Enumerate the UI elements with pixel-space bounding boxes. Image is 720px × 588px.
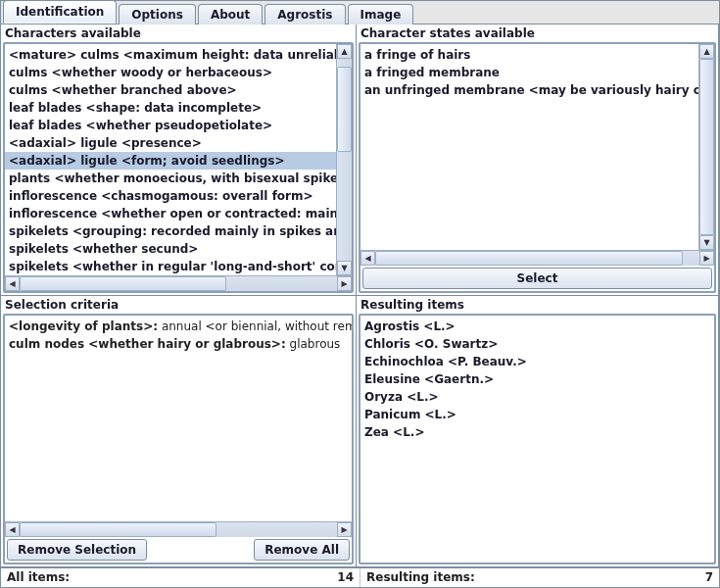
tab-about[interactable]: About <box>198 4 263 24</box>
scroll-track[interactable] <box>699 59 714 235</box>
list-item[interactable]: plants <whether monoecious, with bisexua… <box>5 170 336 187</box>
list-item[interactable]: a fringed membrane <box>360 64 698 81</box>
tab-bar: IdentificationOptionsAboutAgrostisImage <box>1 1 719 24</box>
select-button[interactable]: Select <box>362 268 712 289</box>
criteria-value: glabrous <box>286 337 341 351</box>
list-item[interactable]: Eleusine <Gaertn.> <box>360 370 714 388</box>
criteria-body: <longevity of plants>: annual <or bienni… <box>3 314 354 564</box>
list-item[interactable]: <adaxial> ligule <form; avoid seedlings> <box>5 152 336 170</box>
scroll-track[interactable] <box>20 276 337 291</box>
characters-list-wrap: <mature> culms <maximum height: data unr… <box>5 44 352 275</box>
status-all-label: All items: <box>7 570 70 585</box>
characters-title: Characters available <box>1 24 356 42</box>
scroll-up-icon[interactable]: ▲ <box>699 44 714 59</box>
list-item[interactable]: Agrostis <L.> <box>360 318 714 335</box>
criteria-list[interactable]: <longevity of plants>: annual <or bienni… <box>5 316 352 521</box>
states-body: a fringe of hairsa fringed membranean un… <box>359 42 716 293</box>
criteria-title: Selection criteria <box>1 296 356 314</box>
list-item[interactable]: Zea <L.> <box>360 423 714 441</box>
criteria-name: culm nodes <whether hairy or glabrous>: <box>9 337 286 351</box>
states-title: Character states available <box>357 24 718 42</box>
scroll-left-icon[interactable]: ◀ <box>5 276 20 291</box>
list-item[interactable]: culms <whether woody or herbaceous> <box>5 64 336 81</box>
status-results-value: 7 <box>705 570 713 585</box>
list-item[interactable]: Panicum <L.> <box>360 406 714 423</box>
list-item[interactable]: culm nodes <whether hairy or glabrous>: … <box>5 335 352 353</box>
list-item[interactable]: <longevity of plants>: annual <or bienni… <box>5 318 352 335</box>
list-item[interactable]: Oryza <L.> <box>360 388 714 406</box>
scroll-up-icon[interactable]: ▲ <box>337 44 352 59</box>
list-item[interactable]: inflorescence <chasmogamous: overall for… <box>5 187 336 205</box>
status-results-label: Resulting items: <box>366 570 475 585</box>
scroll-down-icon[interactable]: ▼ <box>337 261 352 275</box>
tab-image[interactable]: Image <box>348 4 414 24</box>
scroll-track[interactable] <box>20 522 337 537</box>
criteria-list-wrap: <longevity of plants>: annual <or bienni… <box>5 316 352 521</box>
scroll-track[interactable] <box>337 59 352 261</box>
characters-pane: Characters available <mature> culms <max… <box>0 24 357 296</box>
results-pane: Resulting items Agrostis <L.>Chloris <O.… <box>356 295 719 567</box>
tab-agrostis[interactable]: Agrostis <box>264 4 345 24</box>
characters-list[interactable]: <mature> culms <maximum height: data unr… <box>5 44 336 275</box>
scroll-left-icon[interactable]: ◀ <box>5 522 20 537</box>
scroll-right-icon[interactable]: ▶ <box>699 251 714 266</box>
list-item[interactable]: leaf blades <shape: data incomplete> <box>5 99 336 117</box>
criteria-hscroll[interactable]: ◀ ▶ <box>5 521 352 537</box>
scroll-thumb[interactable] <box>20 522 216 537</box>
states-pane: Character states available a fringe of h… <box>356 24 719 296</box>
status-all: All items: 14 <box>1 568 360 587</box>
scroll-right-icon[interactable]: ▶ <box>337 276 352 291</box>
scroll-track[interactable] <box>375 251 699 266</box>
states-list-wrap: a fringe of hairsa fringed membranean un… <box>360 44 714 250</box>
status-all-value: 14 <box>337 570 354 585</box>
states-hscroll[interactable]: ◀ ▶ <box>360 250 714 266</box>
criteria-value: annual <or biennial, without rem <box>158 319 352 333</box>
results-list-wrap: Agrostis <L.>Chloris <O. Swartz>Echinoch… <box>360 316 714 563</box>
scroll-thumb[interactable] <box>699 59 714 235</box>
results-list[interactable]: Agrostis <L.>Chloris <O. Swartz>Echinoch… <box>360 316 714 563</box>
tab-identification[interactable]: Identification <box>3 0 117 24</box>
results-title: Resulting items <box>357 296 718 314</box>
list-item[interactable]: <adaxial> ligule <presence> <box>5 134 336 152</box>
list-item[interactable]: an unfringed membrane <may be variously … <box>360 81 698 99</box>
list-item[interactable]: inflorescence <whether open or contracte… <box>5 205 336 222</box>
criteria-buttons: Remove Selection Remove All <box>5 537 352 563</box>
results-body: Agrostis <L.>Chloris <O. Swartz>Echinoch… <box>359 314 716 564</box>
remove-all-button[interactable]: Remove All <box>254 539 350 561</box>
scroll-down-icon[interactable]: ▼ <box>699 235 714 250</box>
characters-hscroll[interactable]: ◀ ▶ <box>5 275 352 291</box>
states-list[interactable]: a fringe of hairsa fringed membranean un… <box>360 44 698 250</box>
list-item[interactable]: a fringe of hairs <box>360 46 698 64</box>
scroll-right-icon[interactable]: ▶ <box>337 522 352 537</box>
characters-vscroll[interactable]: ▲ ▼ <box>336 44 352 275</box>
status-bar: All items: 14 Resulting items: 7 <box>1 567 719 587</box>
list-item[interactable]: Echinochloa <P. Beauv.> <box>360 353 714 370</box>
criteria-pane: Selection criteria <longevity of plants>… <box>0 295 357 567</box>
select-row: Select <box>360 266 714 291</box>
scroll-thumb[interactable] <box>20 276 226 291</box>
list-item[interactable]: spikelets <whether in regular 'long-and-… <box>5 258 336 275</box>
scroll-thumb[interactable] <box>337 67 352 152</box>
list-item[interactable]: culms <whether branched above> <box>5 81 336 99</box>
list-item[interactable]: spikelets <grouping: recorded mainly in … <box>5 222 336 240</box>
remove-selection-button[interactable]: Remove Selection <box>7 539 147 561</box>
scroll-thumb[interactable] <box>375 251 683 266</box>
tab-options[interactable]: Options <box>119 4 196 24</box>
scroll-left-icon[interactable]: ◀ <box>360 251 375 266</box>
list-item[interactable]: leaf blades <whether pseudopetiolate> <box>5 117 336 134</box>
characters-body: <mature> culms <maximum height: data unr… <box>3 42 354 293</box>
list-item[interactable]: <mature> culms <maximum height: data unr… <box>5 46 336 64</box>
criteria-name: <longevity of plants>: <box>9 319 158 333</box>
list-item[interactable]: spikelets <whether secund> <box>5 240 336 258</box>
app-window: IdentificationOptionsAboutAgrostisImage … <box>0 0 720 588</box>
work-area: Characters available <mature> culms <max… <box>1 24 719 567</box>
states-vscroll[interactable]: ▲ ▼ <box>698 44 714 250</box>
status-results: Resulting items: 7 <box>360 568 719 587</box>
list-item[interactable]: Chloris <O. Swartz> <box>360 335 714 353</box>
